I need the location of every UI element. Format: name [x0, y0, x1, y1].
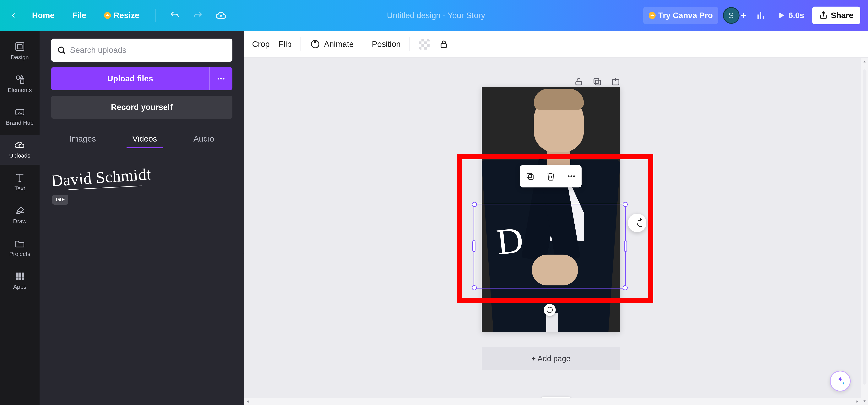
resize-handle[interactable] [472, 285, 477, 290]
unlock-page-icon[interactable] [573, 76, 584, 87]
scroll-left-icon[interactable] [244, 399, 252, 404]
svg-point-26 [58, 47, 64, 53]
delete-icon[interactable] [545, 170, 557, 182]
resize-handle[interactable] [624, 240, 627, 252]
transparency-icon[interactable] [419, 39, 430, 50]
scroll-thumb[interactable] [863, 69, 866, 384]
position-button[interactable]: Position [372, 39, 401, 49]
present-button[interactable]: 6.0s [773, 8, 808, 23]
rail-label: Draw [13, 218, 26, 224]
rail-elements[interactable]: Elements [0, 69, 39, 99]
back-chevron-icon[interactable] [8, 10, 19, 21]
svg-point-43 [570, 175, 572, 177]
share-button[interactable]: Share [812, 6, 860, 24]
duplicate-icon[interactable] [524, 170, 536, 182]
try-pro-label: Try Canva Pro [658, 11, 713, 20]
upload-more-icon[interactable] [209, 67, 232, 90]
animate-label: Animate [324, 39, 354, 49]
uploads-panel: Upload files Record yourself Images Vide… [39, 31, 244, 405]
undo-icon[interactable] [167, 8, 183, 23]
rail-draw[interactable]: Draw [0, 200, 39, 230]
file-menu[interactable]: File [67, 8, 91, 23]
rail-apps[interactable]: Apps [0, 266, 39, 296]
upload-item-signature[interactable]: David Schmidt GIF [51, 162, 151, 193]
page-tools [573, 76, 621, 87]
work-area: Crop Flip Animate Position [244, 31, 868, 405]
svg-rect-19 [22, 273, 24, 275]
divider [155, 9, 156, 22]
upload-files-button[interactable]: Upload files [51, 67, 209, 90]
document-title[interactable]: Untitled design - Your Story [229, 11, 643, 20]
account-avatar-group: S [723, 7, 748, 24]
divider [363, 37, 363, 51]
avatar[interactable]: S [723, 7, 740, 24]
horizontal-scrollbar[interactable] [244, 398, 861, 405]
rail-brand-hub[interactable]: co. Brand Hub [0, 102, 39, 132]
cloud-sync-icon[interactable] [213, 8, 229, 23]
add-page-button[interactable]: + Add page [482, 347, 620, 370]
tab-videos[interactable]: Videos [127, 130, 163, 148]
svg-rect-41 [527, 173, 532, 178]
animate-button[interactable]: Animate [310, 39, 354, 50]
svg-rect-25 [22, 278, 24, 280]
uploads-grid: David Schmidt GIF [51, 162, 232, 193]
upload-row: Upload files [51, 67, 232, 90]
svg-rect-17 [16, 273, 19, 275]
topbar-left: Home File Resize [0, 8, 229, 23]
resize-handle[interactable] [472, 240, 475, 252]
try-pro-button[interactable]: Try Canva Pro [643, 7, 718, 24]
add-member-icon[interactable] [739, 10, 748, 20]
more-icon[interactable] [565, 170, 577, 182]
magic-assistant-icon[interactable] [830, 371, 850, 392]
duration-label: 6.0s [788, 11, 804, 20]
rail-text[interactable]: Text [0, 168, 39, 197]
redo-icon [190, 8, 206, 23]
svg-point-30 [223, 78, 224, 80]
search-icon [57, 45, 66, 55]
scroll-down-icon[interactable] [861, 397, 868, 405]
search-input[interactable] [70, 45, 227, 55]
svg-rect-35 [596, 80, 600, 85]
insights-icon[interactable] [753, 8, 769, 23]
svg-line-27 [63, 52, 65, 54]
rotate-handle-icon[interactable] [544, 304, 556, 316]
rail-label: Uploads [9, 152, 30, 159]
rail-label: Brand Hub [6, 120, 34, 126]
scroll-right-icon[interactable] [853, 399, 861, 404]
scroll-up-icon[interactable] [861, 58, 868, 66]
svg-rect-8 [18, 44, 22, 49]
record-yourself-button[interactable]: Record yourself [51, 96, 232, 119]
resize-handle[interactable] [623, 285, 628, 290]
tab-images[interactable]: Images [64, 130, 102, 148]
svg-text:+: + [639, 218, 641, 222]
svg-rect-21 [19, 275, 21, 278]
flip-button[interactable]: Flip [279, 39, 292, 49]
tab-audio[interactable]: Audio [188, 130, 220, 148]
resize-handle[interactable] [472, 202, 477, 207]
svg-point-28 [218, 78, 219, 80]
uploads-tabs: Images Videos Audio [51, 130, 232, 148]
rail-label: Design [11, 54, 29, 61]
resize-handle[interactable] [623, 202, 628, 207]
rail-design[interactable]: Design [0, 37, 39, 66]
resize-button[interactable]: Resize [99, 8, 144, 23]
canvas-viewport[interactable]: D + [244, 58, 868, 405]
rail-uploads[interactable]: Uploads [0, 135, 39, 165]
add-page-above-icon[interactable] [610, 76, 621, 87]
home-button[interactable]: Home [27, 8, 60, 23]
lock-icon[interactable] [438, 39, 449, 50]
crop-button[interactable]: Crop [252, 39, 270, 49]
svg-rect-22 [22, 275, 24, 278]
svg-rect-10 [20, 80, 24, 84]
svg-point-32 [314, 41, 316, 42]
vertical-scrollbar[interactable] [861, 58, 868, 405]
share-label: Share [831, 11, 853, 20]
duplicate-page-icon[interactable] [592, 76, 602, 87]
ai-assist-icon[interactable]: + [628, 214, 646, 232]
divider [409, 37, 410, 51]
svg-rect-23 [16, 278, 19, 280]
floating-element-toolbar [520, 165, 582, 187]
rail-label: Text [14, 185, 25, 192]
rail-projects[interactable]: Projects [0, 233, 39, 263]
svg-rect-34 [576, 82, 581, 85]
